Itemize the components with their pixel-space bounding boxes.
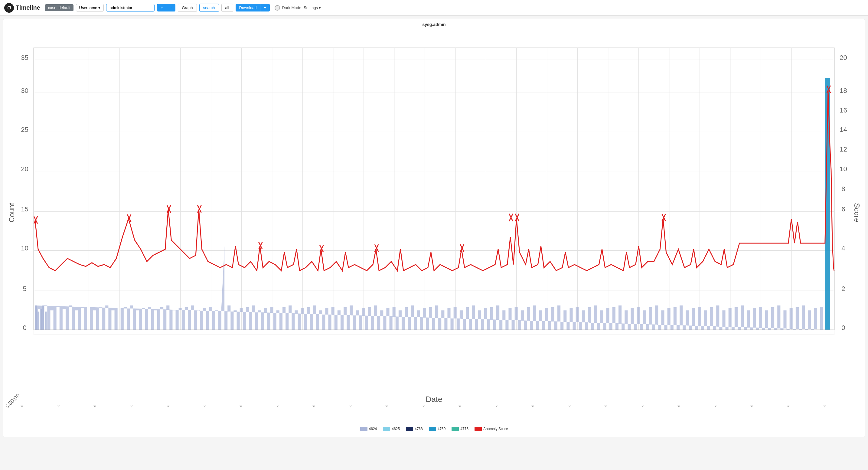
legend-color-4625 <box>383 427 390 431</box>
svg-text:2: 2 <box>841 285 845 292</box>
svg-text:20: 20 <box>21 165 28 173</box>
dark-mode-label: Dark Mode <box>282 5 301 10</box>
app-logo: ⏱ Timeline <box>4 3 40 13</box>
svg-text:5: 5 <box>23 285 26 292</box>
svg-text:0: 0 <box>23 324 26 332</box>
svg-text:15: 15 <box>21 206 28 213</box>
svg-text:6: 6 <box>841 206 845 213</box>
svg-text:4: 4 <box>841 244 845 252</box>
chart-wrapper: 35 30 25 20 15 10 5 0 Count 20 18 16 14 … <box>6 29 862 408</box>
search-button[interactable]: search <box>199 4 219 12</box>
legend-color-4776 <box>452 427 459 431</box>
svg-text:2017-10-11 13:00:00: 2017-10-11 13:00:00 <box>6 392 21 408</box>
legend-color-4768 <box>406 427 413 431</box>
dark-mode-toggle[interactable]: Dark Mode <box>275 5 301 10</box>
legend-item-anomaly: Anomaly Score <box>474 427 508 431</box>
graph-button[interactable]: Graph <box>178 4 196 12</box>
legend-item-4768: 4768 <box>406 427 423 431</box>
logo-text: Timeline <box>16 4 40 11</box>
toolbar: ⏱ Timeline case: default Username ▾ + - … <box>0 0 868 16</box>
legend-label-4768: 4768 <box>415 427 423 431</box>
legend-item-4776: 4776 <box>452 427 468 431</box>
svg-text:16: 16 <box>840 106 847 114</box>
legend-label-4776: 4776 <box>460 427 468 431</box>
main-chart-svg: 35 30 25 20 15 10 5 0 Count 20 18 16 14 … <box>6 29 862 408</box>
legend-color-anomaly <box>474 427 482 431</box>
download-button[interactable]: Download <box>236 4 260 11</box>
username-input[interactable] <box>106 4 155 11</box>
legend-item-4625: 4625 <box>383 427 400 431</box>
svg-text:10: 10 <box>840 165 847 173</box>
svg-text:0: 0 <box>841 324 845 332</box>
svg-text:Score: Score <box>853 203 861 222</box>
chevron-down-icon: ▾ <box>98 5 100 10</box>
legend-label-4769: 4769 <box>438 427 446 431</box>
svg-text:8: 8 <box>841 185 845 193</box>
legend-color-4769 <box>429 427 436 431</box>
download-dropdown-button[interactable]: ▾ <box>260 4 270 11</box>
svg-rect-61 <box>45 312 46 330</box>
svg-text:14: 14 <box>840 126 847 133</box>
legend-label-anomaly: Anomaly Score <box>483 427 508 431</box>
svg-text:30: 30 <box>21 87 28 94</box>
legend-label-4624: 4624 <box>369 427 377 431</box>
svg-text:25: 25 <box>21 126 28 133</box>
settings-chevron-icon: ▾ <box>319 5 321 10</box>
username-dropdown[interactable]: Username ▾ <box>76 4 104 11</box>
chart-legend: 4624 4625 4768 4769 4776 Anomaly Score <box>6 427 862 431</box>
svg-text:35: 35 <box>21 54 28 61</box>
logo-icon: ⏱ <box>4 3 14 13</box>
settings-button[interactable]: Settings ▾ <box>304 5 321 10</box>
x-axis-title: Date <box>426 395 442 404</box>
svg-text:18: 18 <box>840 87 847 94</box>
svg-text:Count: Count <box>7 202 16 222</box>
chart-title: sysg.admin <box>6 22 862 27</box>
legend-label-4625: 4625 <box>392 427 400 431</box>
settings-label: Settings <box>304 5 318 10</box>
svg-text:10: 10 <box>21 244 28 252</box>
legend-item-4624: 4624 <box>360 427 377 431</box>
legend-color-4624 <box>360 427 368 431</box>
svg-text:12: 12 <box>840 146 847 153</box>
dark-mode-toggle-circle <box>275 5 280 10</box>
all-button[interactable]: all <box>221 4 233 12</box>
remove-button[interactable]: - <box>167 4 176 11</box>
case-badge[interactable]: case: default <box>45 4 73 11</box>
chart-container: sysg.admin 35 30 25 20 15 10 5 0 Count 2… <box>3 19 865 437</box>
legend-item-4769: 4769 <box>429 427 446 431</box>
add-remove-group: + - <box>157 4 176 11</box>
add-button[interactable]: + <box>157 4 167 11</box>
username-dropdown-label: Username <box>79 5 97 10</box>
svg-text:20: 20 <box>840 54 847 61</box>
svg-rect-21 <box>34 48 834 335</box>
download-group: Download ▾ <box>236 4 270 11</box>
